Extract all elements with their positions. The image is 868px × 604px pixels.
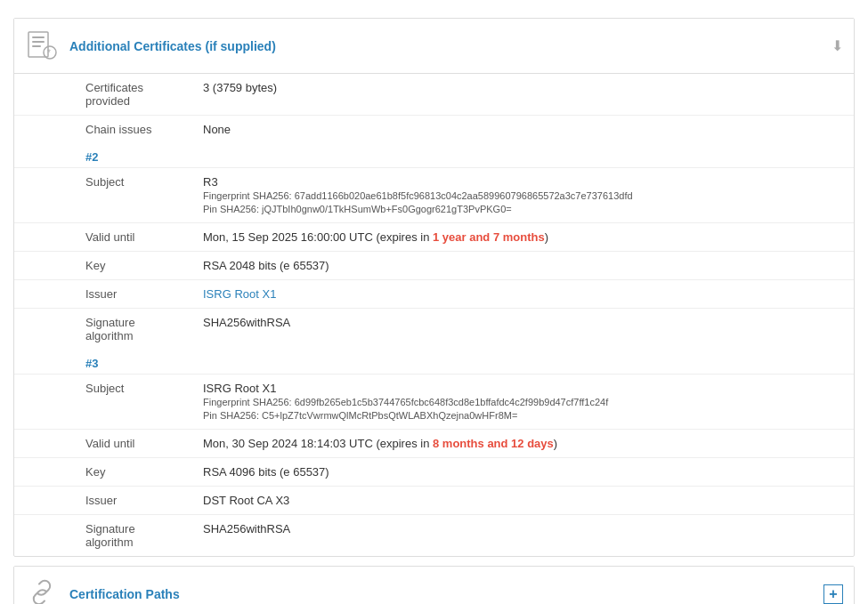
additional-certs-header: * Additional Certificates (if supplied) …	[14, 19, 854, 74]
cert-paths-title: Certification Paths	[69, 587, 823, 601]
value-chain-issues: None	[192, 116, 854, 144]
valid-until-text-2: Mon, 15 Sep 2025 16:00:00 UTC (expires i…	[203, 230, 433, 244]
valid-until-text-3: Mon, 30 Sep 2024 18:14:03 UTC (expires i…	[203, 437, 433, 450]
cert-paths-expand-button[interactable]: +	[823, 584, 843, 604]
table-row: Valid until Mon, 30 Sep 2024 18:14:03 UT…	[14, 430, 854, 458]
label-subject-3: Subject	[14, 374, 192, 430]
download-icon[interactable]: ⬇	[831, 37, 843, 54]
label-chain-issues: Chain issues	[14, 116, 192, 144]
label-issuer-3: Issuer	[14, 487, 192, 515]
subject-name-3: ISRG Root X1	[203, 382, 276, 395]
label-key-3: Key	[14, 458, 192, 487]
subsection-2-header: #2	[14, 143, 854, 168]
svg-rect-2	[32, 41, 45, 43]
subsection-2-table: Subject R3 Fingerprint SHA256: 67add1166…	[14, 168, 854, 350]
label-valid-2: Valid until	[14, 223, 192, 252]
value-issuer-3: DST Root CA X3	[192, 487, 854, 515]
valid-until-end-3: )	[554, 437, 557, 450]
table-row: Issuer DST Root CA X3	[14, 487, 854, 515]
table-row: Signature algorithm SHA256withRSA	[14, 309, 854, 350]
chain-icon	[25, 576, 59, 604]
value-certs-provided: 3 (3759 bytes)	[192, 74, 854, 116]
label-sig-3: Signature algorithm	[14, 515, 192, 557]
label-issuer-2: Issuer	[14, 280, 192, 309]
label-sig-2: Signature algorithm	[14, 309, 192, 350]
table-row: Subject ISRG Root X1 Fingerprint SHA256:…	[14, 374, 854, 430]
page-container: * Additional Certificates (if supplied) …	[0, 0, 868, 604]
cert-paths-header: Certification Paths +	[14, 567, 854, 604]
table-row: Subject R3 Fingerprint SHA256: 67add1166…	[14, 168, 854, 223]
valid-until-highlight-3: 8 months and 12 days	[433, 437, 554, 450]
certs-info-table: Certificates provided 3 (3759 bytes) Cha…	[14, 74, 854, 143]
label-valid-3: Valid until	[14, 430, 192, 458]
svg-rect-3	[32, 45, 41, 47]
table-row: Valid until Mon, 15 Sep 2025 16:00:00 UT…	[14, 223, 854, 252]
subsection-3-table: Subject ISRG Root X1 Fingerprint SHA256:…	[14, 374, 854, 556]
issuer-link-2[interactable]: ISRG Root X1	[203, 287, 276, 301]
value-key-3: RSA 4096 bits (e 65537)	[192, 458, 854, 487]
additional-certs-section: * Additional Certificates (if supplied) …	[13, 18, 855, 557]
pin-3: Pin SHA256: C5+lpZ7tcVwrmwQlMcRtPbsQtWLA…	[203, 410, 517, 421]
table-row: Key RSA 4096 bits (e 65537)	[14, 458, 854, 487]
valid-until-end-2: )	[545, 230, 548, 244]
additional-certs-title: Additional Certificates (if supplied)	[69, 39, 831, 53]
value-sig-3: SHA256withRSA	[192, 515, 854, 557]
subsection-3-header: #3	[14, 350, 854, 374]
table-row: Signature algorithm SHA256withRSA	[14, 515, 854, 557]
svg-rect-0	[28, 32, 48, 57]
label-key-2: Key	[14, 252, 192, 280]
svg-rect-1	[32, 36, 45, 38]
table-row: Chain issues None	[14, 116, 854, 144]
valid-until-highlight-2: 1 year and 7 months	[433, 230, 545, 244]
cert-icon: *	[25, 28, 59, 64]
table-row: Issuer ISRG Root X1	[14, 280, 854, 309]
cert-paths-section: Certification Paths + Click here to expa…	[13, 566, 855, 604]
table-row: Certificates provided 3 (3759 bytes)	[14, 74, 854, 116]
fingerprint-3: Fingerprint SHA256: 6d99fb265eb1c5b37447…	[203, 397, 608, 407]
value-subject-3: ISRG Root X1 Fingerprint SHA256: 6d99fb2…	[192, 374, 854, 430]
fingerprint-2: Fingerprint SHA256: 67add1166b020ae61b8f…	[203, 190, 633, 201]
value-valid-2: Mon, 15 Sep 2025 16:00:00 UTC (expires i…	[192, 223, 854, 252]
table-row: Key RSA 2048 bits (e 65537)	[14, 252, 854, 280]
svg-text:*: *	[47, 48, 51, 58]
label-subject-2: Subject	[14, 168, 192, 223]
pin-2: Pin SHA256: jQJTbIh0gnw0/1TkHSumWb+Fs0Gg…	[203, 204, 512, 214]
value-issuer-2: ISRG Root X1	[192, 280, 854, 309]
value-key-2: RSA 2048 bits (e 65537)	[192, 252, 854, 280]
value-sig-2: SHA256withRSA	[192, 309, 854, 350]
label-certs-provided: Certificates provided	[14, 74, 192, 116]
value-subject-2: R3 Fingerprint SHA256: 67add1166b020ae61…	[192, 168, 854, 223]
value-valid-3: Mon, 30 Sep 2024 18:14:03 UTC (expires i…	[192, 430, 854, 458]
issuer-value-3: DST Root CA X3	[203, 494, 289, 507]
subject-name-2: R3	[203, 175, 218, 189]
